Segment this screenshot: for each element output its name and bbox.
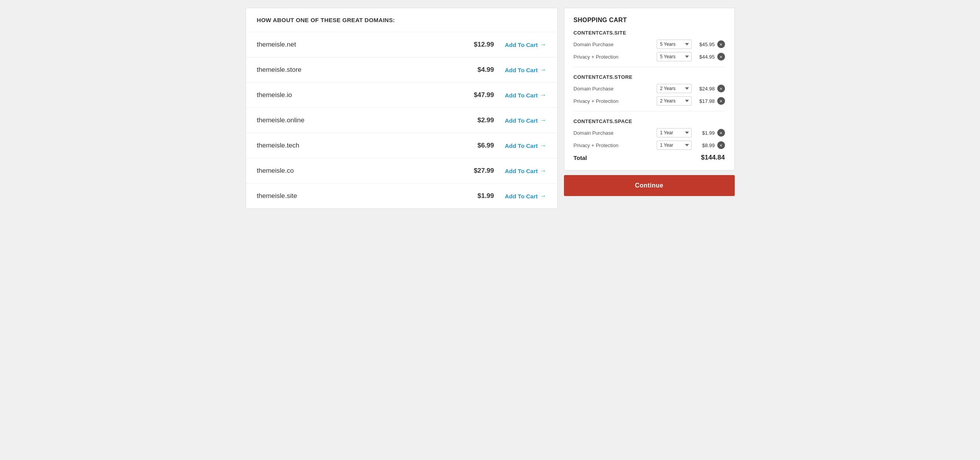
add-to-cart-button[interactable]: Add To Cart → [505,142,546,149]
domain-price: $6.99 [467,142,494,149]
domain-row: themeisle.net $12.99 Add To Cart → [246,32,557,57]
domain-row: themeisle.co $27.99 Add To Cart → [246,158,557,184]
add-to-cart-label: Add To Cart [505,67,538,73]
cart-section: CONTENTCATS.SPACEDomain Purchase1 Year2 … [574,118,725,150]
domain-row: themeisle.site $1.99 Add To Cart → [246,184,557,208]
cart-domain-name: CONTENTCATS.SITE [574,30,725,36]
domain-price: $27.99 [467,167,494,175]
cart-title: SHOPPING CART [574,17,725,24]
add-to-cart-button[interactable]: Add To Cart → [505,41,546,48]
cart-line-label: Domain Purchase [574,130,657,136]
remove-button[interactable]: × [717,129,725,137]
cart-line-price: $8.99 [696,142,715,148]
cart-line: Privacy + Protection1 Year2 Years3 Years… [574,96,725,106]
cart-section: CONTENTCATS.SITEDomain Purchase1 Year2 Y… [574,30,725,67]
add-to-cart-label: Add To Cart [505,168,538,174]
cart-line-label: Privacy + Protection [574,54,657,60]
add-to-cart-button[interactable]: Add To Cart → [505,117,546,124]
add-to-cart-label: Add To Cart [505,193,538,200]
cart-line-label: Domain Purchase [574,42,657,47]
remove-button[interactable]: × [717,97,725,105]
add-to-cart-button[interactable]: Add To Cart → [505,193,546,200]
add-to-cart-label: Add To Cart [505,42,538,48]
cart-total-amount: $144.84 [701,154,725,161]
cart-line-year-select[interactable]: 1 Year2 Years3 Years5 Years [657,141,692,150]
cart-line-label: Privacy + Protection [574,98,657,104]
domain-name: themeisle.io [257,91,467,99]
domain-price: $47.99 [467,91,494,99]
add-to-cart-button[interactable]: Add To Cart → [505,167,546,174]
arrow-right-icon: → [540,142,546,149]
cart-line: Domain Purchase1 Year2 Years3 Years5 Yea… [574,84,725,93]
cart-line: Domain Purchase1 Year2 Years3 Years5 Yea… [574,128,725,137]
cart-line-price: $17.98 [696,98,715,104]
domains-panel: HOW ABOUT ONE OF THESE GREAT DOMAINS: th… [246,8,558,209]
arrow-right-icon: → [540,66,546,73]
remove-button[interactable]: × [717,141,725,149]
cart-line-label: Privacy + Protection [574,142,657,148]
cart-line: Privacy + Protection1 Year2 Years3 Years… [574,141,725,150]
add-to-cart-label: Add To Cart [505,92,538,99]
domain-row: themeisle.io $47.99 Add To Cart → [246,83,557,108]
domain-row: themeisle.tech $6.99 Add To Cart → [246,133,557,158]
arrow-right-icon: → [540,193,546,200]
cart-panel: SHOPPING CART CONTENTCATS.SITEDomain Pur… [564,8,735,209]
domain-name: themeisle.store [257,66,467,74]
cart-line: Domain Purchase1 Year2 Years3 Years5 Yea… [574,40,725,49]
arrow-right-icon: → [540,92,546,99]
cart-line-price: $45.95 [696,42,715,47]
cart-line-price: $1.99 [696,130,715,136]
cart-line-year-select[interactable]: 1 Year2 Years3 Years5 Years [657,52,692,61]
remove-button[interactable]: × [717,53,725,61]
cart-total-row: Total $144.84 [574,154,725,161]
cart-line-year-select[interactable]: 1 Year2 Years3 Years5 Years [657,128,692,137]
cart-line-year-select[interactable]: 1 Year2 Years3 Years5 Years [657,96,692,106]
domain-price: $4.99 [467,66,494,74]
domain-price: $1.99 [467,192,494,200]
cart-line-label: Domain Purchase [574,86,657,92]
cart-sections: CONTENTCATS.SITEDomain Purchase1 Year2 Y… [574,30,725,150]
cart-section: CONTENTCATS.STOREDomain Purchase1 Year2 … [574,74,725,111]
domain-name: themeisle.site [257,192,467,200]
cart-total-label: Total [574,154,587,161]
domains-list: themeisle.net $12.99 Add To Cart → theme… [246,32,557,208]
add-to-cart-label: Add To Cart [505,142,538,149]
page-wrapper: HOW ABOUT ONE OF THESE GREAT DOMAINS: th… [246,8,735,209]
domain-name: themeisle.net [257,41,467,49]
domain-row: themeisle.online $2.99 Add To Cart → [246,108,557,133]
cart-line-year-select[interactable]: 1 Year2 Years3 Years5 Years [657,84,692,93]
domain-name: themeisle.co [257,167,467,175]
continue-button[interactable]: Continue [564,175,735,196]
arrow-right-icon: → [540,167,546,174]
cart-domain-name: CONTENTCATS.SPACE [574,118,725,124]
domain-price: $12.99 [467,41,494,49]
remove-button[interactable]: × [717,85,725,92]
domain-name: themeisle.online [257,116,467,124]
cart-line-price: $24.98 [696,86,715,92]
domains-header: HOW ABOUT ONE OF THESE GREAT DOMAINS: [246,8,557,32]
cart-divider [574,111,725,111]
arrow-right-icon: → [540,41,546,48]
add-to-cart-button[interactable]: Add To Cart → [505,92,546,99]
arrow-right-icon: → [540,117,546,124]
add-to-cart-button[interactable]: Add To Cart → [505,66,546,73]
add-to-cart-label: Add To Cart [505,117,538,124]
domain-price: $2.99 [467,116,494,124]
cart-line-year-select[interactable]: 1 Year2 Years3 Years5 Years [657,40,692,49]
cart-box: SHOPPING CART CONTENTCATS.SITEDomain Pur… [564,8,735,170]
domain-row: themeisle.store $4.99 Add To Cart → [246,57,557,83]
cart-domain-name: CONTENTCATS.STORE [574,74,725,80]
cart-line-price: $44.95 [696,54,715,60]
cart-divider [574,67,725,67]
domain-name: themeisle.tech [257,142,467,149]
remove-button[interactable]: × [717,40,725,48]
cart-line: Privacy + Protection1 Year2 Years3 Years… [574,52,725,61]
